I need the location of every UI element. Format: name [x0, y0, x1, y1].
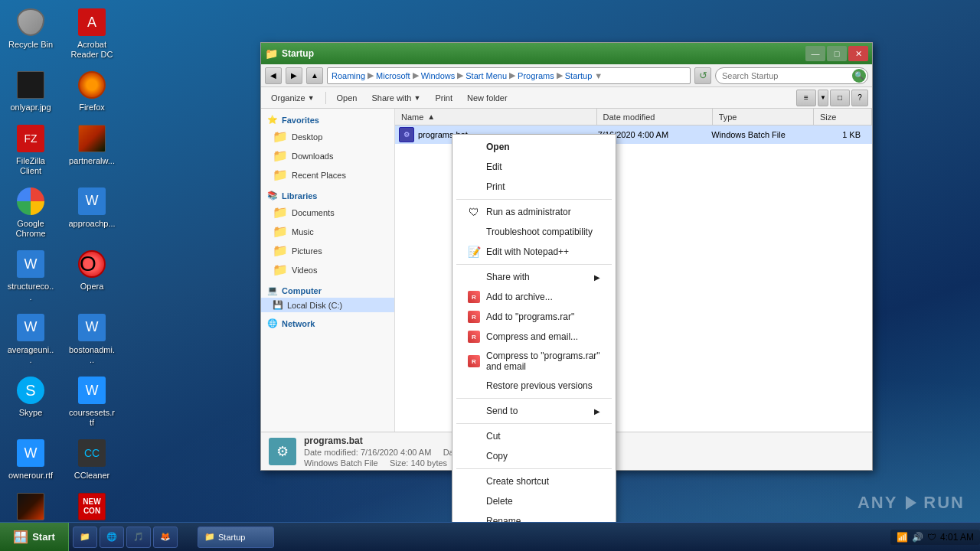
sidebar-item-videos[interactable]: 📁 Videos	[261, 260, 394, 279]
desktop-icon-averageuni[interactable]: W averageuni...	[4, 309, 57, 368]
desktop-icon-partnerblack[interactable]: partneralw...	[65, 120, 119, 179]
col-header-size[interactable]: Size	[814, 109, 872, 125]
organize-button[interactable]: Organize ▼	[265, 90, 321, 106]
ctx-copy[interactable]: Copy	[452, 446, 616, 466]
sidebar-item-music[interactable]: 📁 Music	[261, 222, 394, 241]
desktop-icon-ownerour[interactable]: W ownerour.rtf	[4, 435, 57, 484]
view-list-button[interactable]: ≡	[796, 90, 816, 106]
rar-icon-4: R	[468, 355, 480, 367]
desktop-icon-coursesets[interactable]: W coursesets.rtf	[65, 372, 119, 431]
taskbar-window-label: Startup	[218, 533, 245, 542]
sidebar-item-downloads[interactable]: 📁 Downloads	[261, 146, 394, 165]
search-wrapper: 🔍	[715, 67, 868, 84]
open-button[interactable]: Open	[331, 90, 364, 106]
explorer-sidebar: ⭐ Favorites 📁 Desktop 📁 Downloads 📁 Rece…	[261, 109, 395, 432]
ctx-edit[interactable]: Edit	[452, 157, 616, 177]
window-close-button[interactable]: ✕	[848, 46, 868, 61]
view-toggle-button[interactable]: ▼	[818, 90, 828, 106]
ctx-add-archive[interactable]: R Add to archive...	[452, 287, 616, 307]
ctx-add-to-programs-rar[interactable]: R Add to "programs.rar"	[452, 307, 616, 327]
taskbar-windows-media-btn[interactable]: 🎵	[126, 527, 151, 548]
desktop-icon-label-coursesets: coursesets.rtf	[68, 408, 116, 428]
path-roaming[interactable]: Roaming	[332, 71, 365, 80]
ctx-create-shortcut[interactable]: Create shortcut	[452, 471, 616, 491]
ctx-shortcut-icon	[468, 475, 480, 487]
print-button[interactable]: Print	[429, 90, 459, 106]
path-startmenu[interactable]: Start Menu	[466, 71, 507, 80]
ctx-run-as-admin[interactable]: 🛡 Run as administrator	[452, 202, 616, 222]
new-folder-button[interactable]: New folder	[461, 90, 514, 106]
sidebar-libraries-header[interactable]: 📚 Libraries	[261, 188, 394, 203]
ctx-print[interactable]: Print	[452, 177, 616, 197]
ctx-troubleshoot[interactable]: Troubleshoot compatibility	[452, 222, 616, 242]
start-button[interactable]: 🪟 Start	[0, 523, 69, 552]
up-button[interactable]: ▲	[306, 67, 323, 84]
ctx-open[interactable]: Open	[452, 137, 616, 157]
help-button[interactable]: ?	[851, 90, 868, 106]
forward-button[interactable]: ▶	[286, 67, 302, 84]
search-input[interactable]	[715, 67, 868, 84]
sidebar-item-documents[interactable]: 📁 Documents	[261, 203, 394, 222]
desktop-icon-recycle-bin[interactable]: Recycle Bin	[4, 4, 57, 63]
desktop-icon-onlyapr[interactable]: onlyapr.jpg	[4, 67, 57, 116]
window-maximize-button[interactable]: □	[827, 46, 847, 61]
search-button[interactable]: 🔍	[852, 69, 866, 83]
ctx-sep-5	[456, 468, 612, 469]
sidebar-network-header[interactable]: 🌐 Network	[261, 316, 394, 331]
path-microsoft[interactable]: Microsoft	[376, 71, 410, 80]
ctx-send-arrow: ▶	[594, 407, 600, 416]
desktop-icon-label-approachp: approachp...	[68, 219, 115, 229]
desktop-icon-opera[interactable]: O Opera	[65, 246, 119, 305]
desktop-icon-ccleaner[interactable]: CC CCleaner	[65, 435, 119, 484]
sidebar-item-recent-places[interactable]: 📁 Recent Places	[261, 165, 394, 184]
rar-icon-1: R	[468, 291, 480, 303]
refresh-button[interactable]: ↺	[694, 67, 711, 84]
desktop-icon-structureco[interactable]: W structureco...	[4, 246, 57, 305]
explorer-window-icon: 📁	[265, 47, 278, 60]
tray-volume-icon[interactable]: 🔊	[912, 532, 923, 543]
tray-network-icon[interactable]: 📶	[897, 532, 908, 543]
taskbar-active-window[interactable]: 📁 Startup	[198, 527, 274, 548]
ctx-send-to[interactable]: Send to ▶	[452, 401, 616, 421]
notepadpp-icon: 📝	[468, 246, 480, 258]
desktop-icon-firefox[interactable]: Firefox	[65, 67, 119, 116]
status-date-modified-value: 7/16/2020 4:00 AM	[361, 448, 431, 457]
address-path[interactable]: Roaming ▶ Microsoft ▶ Windows ▶ Start Me…	[327, 67, 691, 84]
desktop-icon-bostonadmi[interactable]: W bostonadmi...	[65, 309, 119, 368]
ctx-compress-to-rar-email[interactable]: R Compress to "programs.rar" and email	[452, 347, 616, 376]
col-header-type[interactable]: Type	[713, 109, 814, 125]
desktop-icon-approachp[interactable]: W approachp...	[65, 183, 119, 242]
share-with-button[interactable]: Share with ▼	[365, 90, 426, 106]
ctx-compress-email[interactable]: R Compress and email...	[452, 327, 616, 347]
ctx-restore-versions[interactable]: Restore previous versions	[452, 376, 616, 396]
status-size-value: 140 bytes	[410, 458, 447, 468]
desktop-icon-chrome[interactable]: Google Chrome	[4, 183, 57, 242]
path-startup[interactable]: Startup	[565, 71, 592, 80]
sidebar-item-desktop[interactable]: 📁 Desktop	[261, 127, 394, 146]
preview-pane-button[interactable]: □	[830, 90, 850, 106]
tray-security-icon[interactable]: 🛡	[927, 532, 936, 543]
sidebar-item-pictures[interactable]: 📁 Pictures	[261, 241, 394, 260]
status-file-icon: ⚙	[269, 438, 296, 465]
taskbar-firefox-btn[interactable]: 🦊	[153, 527, 178, 548]
desktop-icon-label-ownerour: ownerour.rtf	[8, 471, 53, 481]
path-windows[interactable]: Windows	[421, 71, 456, 80]
ctx-share-with[interactable]: Share with ▶	[452, 267, 616, 287]
desktop-icon-acrobat[interactable]: A Acrobat Reader DC	[65, 4, 119, 63]
taskbar-file-explorer-btn[interactable]: 📁	[73, 527, 97, 548]
desktop-icon-filezilla[interactable]: FZ FileZilla Client	[4, 120, 57, 179]
ctx-delete[interactable]: Delete	[452, 491, 616, 511]
sidebar-favorites-header[interactable]: ⭐ Favorites	[261, 112, 394, 127]
ctx-cut[interactable]: Cut	[452, 426, 616, 446]
shield-icon: 🛡	[468, 206, 480, 218]
path-programs[interactable]: Programs	[518, 71, 554, 80]
back-button[interactable]: ◀	[265, 67, 282, 84]
ctx-notepadpp[interactable]: 📝 Edit with Notepad++	[452, 242, 616, 262]
col-header-date[interactable]: Date modified	[597, 109, 713, 125]
desktop-icon-skype[interactable]: S Skype	[4, 372, 57, 431]
col-header-name[interactable]: Name ▲	[395, 109, 597, 125]
taskbar-ie-btn[interactable]: 🌐	[100, 527, 124, 548]
window-minimize-button[interactable]: —	[805, 46, 825, 61]
sidebar-item-local-disk[interactable]: 💾 Local Disk (C:)	[261, 298, 394, 312]
sidebar-computer-header[interactable]: 💻 Computer	[261, 283, 394, 298]
